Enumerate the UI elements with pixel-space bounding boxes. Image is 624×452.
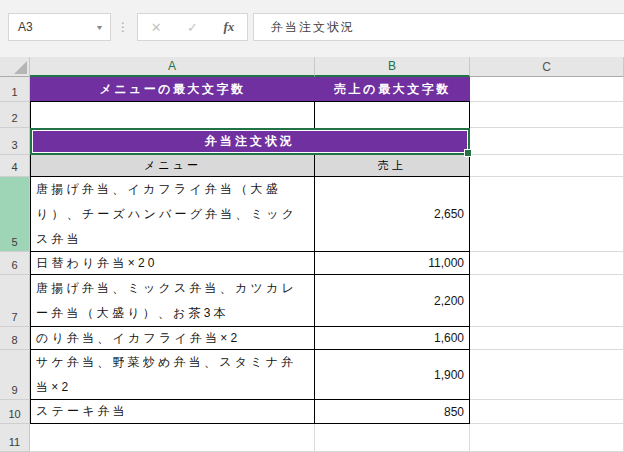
formula-buttons-panel: ✕ ✓ fx [137,13,248,41]
cell-C2[interactable] [470,102,624,128]
row-header-3[interactable]: 3 [0,128,30,155]
cell-A10[interactable]: ステーキ弁当 [30,400,315,424]
cell-A9[interactable]: サケ弁当、野菜炒め弁当、スタミナ弁当×2 [30,350,315,400]
sheet-row: 9サケ弁当、野菜炒め弁当、スタミナ弁当×21,900 [0,350,624,400]
row-header-1[interactable]: 1 [0,77,30,102]
sheet-row: 8のり弁当、イカフライ弁当×21,600 [0,327,624,350]
menu-text: のり弁当、イカフライ弁当×2 [36,327,240,350]
name-box[interactable]: A3 ▼ [8,13,111,41]
name-box-value: A3 [18,20,33,34]
cell-C4[interactable] [470,155,624,177]
select-all-button[interactable] [0,57,30,77]
cell-B11[interactable] [315,424,470,452]
column-header-A[interactable]: A [30,57,315,77]
row-header-6[interactable]: 6 [0,252,30,275]
cell-C8[interactable] [470,327,624,350]
cancel-icon[interactable]: ✕ [151,20,162,35]
row-header-7[interactable]: 7 [0,275,30,327]
cell-A7[interactable]: 唐揚げ弁当、ミックス弁当、カツカレー弁当（大盛り）、お茶3本 [30,275,315,327]
sheet-row: 11 [0,424,624,452]
row-header-4[interactable]: 4 [0,155,30,177]
row-header-8[interactable]: 8 [0,327,30,350]
row-header-10[interactable]: 10 [0,400,30,424]
cell-B9[interactable]: 1,900 [315,350,470,400]
column-header-B[interactable]: B [315,57,470,77]
row-header-9[interactable]: 9 [0,350,30,400]
insert-function-icon[interactable]: fx [223,19,234,35]
cell-C10[interactable] [470,400,624,424]
cell-C7[interactable] [470,275,624,327]
toolbar-grip-icon: ⋮ [117,13,129,41]
cell-A1[interactable]: メニューの最大文字数 [30,77,315,102]
chevron-down-icon[interactable]: ▼ [95,24,104,31]
cell-C11[interactable] [470,424,624,452]
cell-B2[interactable] [315,102,470,128]
cell-C3[interactable] [470,128,624,155]
cell-A2[interactable] [30,102,315,128]
cell-B4[interactable]: 売上 [315,155,470,177]
column-header-row: ABC [0,57,624,77]
cell-C5[interactable] [470,177,624,252]
column-header-C[interactable]: C [470,57,624,77]
cell-B5[interactable]: 2,650 [315,177,470,252]
menu-text: サケ弁当、野菜炒め弁当、スタミナ弁当×2 [36,350,309,400]
cell-C1[interactable] [470,77,624,102]
menu-text: ステーキ弁当 [36,400,128,424]
fill-handle[interactable] [464,149,472,157]
cell-A6[interactable]: 日替わり弁当×20 [30,252,315,275]
spreadsheet-grid: ABC1メニューの最大文字数売上の最大文字数23弁当注文状況4メニュー売上5唐揚… [0,57,624,452]
menu-text: 日替わり弁当×20 [36,252,158,275]
cell-A4[interactable]: メニュー [30,155,315,177]
formula-bar-value: 弁当注文状況 [271,19,355,36]
cell-A8[interactable]: のり弁当、イカフライ弁当×2 [30,327,315,350]
formula-bar[interactable]: 弁当注文状況 [253,13,624,41]
sheet-row: 7唐揚げ弁当、ミックス弁当、カツカレー弁当（大盛り）、お茶3本2,200 [0,275,624,327]
sheet-row: 5唐揚げ弁当、イカフライ弁当（大盛り）、チーズハンバーグ弁当、ミックス弁当2,6… [0,177,624,252]
selected-cell-A3[interactable]: 弁当注文状況 [30,128,470,155]
spreadsheet-window: A3 ▼ ⋮ ✕ ✓ fx 弁当注文状況 ABC1メニューの最大文字数売上の最大… [0,0,624,452]
cell-B7[interactable]: 2,200 [315,275,470,327]
cell-B10[interactable]: 850 [315,400,470,424]
cell-B6[interactable]: 11,000 [315,252,470,275]
cell-A5[interactable]: 唐揚げ弁当、イカフライ弁当（大盛り）、チーズハンバーグ弁当、ミックス弁当 [30,177,315,252]
menu-text: 唐揚げ弁当、イカフライ弁当（大盛り）、チーズハンバーグ弁当、ミックス弁当 [36,177,309,252]
sheet-row: 3弁当注文状況 [0,128,624,155]
sheet-row: 10ステーキ弁当850 [0,400,624,424]
sheet-row: 2 [0,102,624,128]
row-header-5[interactable]: 5 [0,177,30,252]
sheet-row: 4メニュー売上 [0,155,624,177]
menu-text: 唐揚げ弁当、ミックス弁当、カツカレー弁当（大盛り）、お茶3本 [36,276,309,326]
cell-B8[interactable]: 1,600 [315,327,470,350]
select-all-triangle-icon [14,61,27,74]
formula-toolbar: A3 ▼ ⋮ ✕ ✓ fx 弁当注文状況 [0,0,624,57]
row-header-2[interactable]: 2 [0,102,30,128]
cell-A11[interactable] [30,424,315,452]
cell-C9[interactable] [470,350,624,400]
cell-C6[interactable] [470,252,624,275]
enter-icon[interactable]: ✓ [187,20,198,35]
row-header-11[interactable]: 11 [0,424,30,452]
sheet-row: 1メニューの最大文字数売上の最大文字数 [0,77,624,102]
cell-B1[interactable]: 売上の最大文字数 [315,77,470,102]
sheet-row: 6日替わり弁当×2011,000 [0,252,624,275]
